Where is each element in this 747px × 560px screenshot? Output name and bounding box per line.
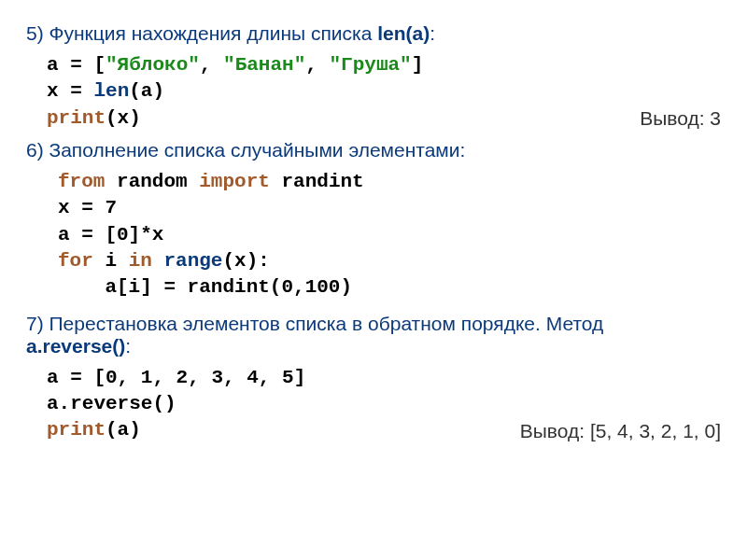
code-text: a = [0]*x: [58, 224, 163, 245]
code-text: a[i] = randint(0,100): [58, 276, 352, 298]
builtin-print: print: [47, 107, 106, 129]
section-7-heading: 7) Перестановка элементов списка в обрат…: [26, 313, 680, 357]
keyword-for: for: [58, 250, 93, 272]
code-text: (a): [106, 419, 141, 441]
code-text: i: [93, 250, 129, 272]
builtin-len: len: [93, 80, 129, 102]
code-text: (x): [106, 107, 141, 129]
string-literal: "Груша": [330, 54, 412, 76]
heading-fn: len(a): [377, 22, 430, 44]
keyword-import: import: [199, 171, 270, 192]
code-text: random: [105, 171, 199, 192]
code-text: (a): [129, 80, 164, 102]
builtin-print: print: [47, 419, 106, 441]
section-5-heading: 5) Функция нахождения длины списка len(a…: [26, 22, 721, 45]
string-literal: "Банан": [223, 54, 305, 76]
code-text: ]: [412, 54, 424, 76]
code-text: x =: [47, 80, 93, 102]
heading-text: 5) Функция нахождения длины списка: [26, 22, 377, 44]
heading-text: 7) Перестановка элементов списка в обрат…: [26, 313, 603, 334]
heading-colon: :: [430, 22, 435, 44]
heading-fn: a.reverse(): [26, 335, 125, 357]
code-text: [152, 250, 164, 272]
code-text: randint: [270, 171, 364, 192]
code-text: a = [0, 1, 2, 3, 4, 5]: [47, 367, 305, 388]
code-text: a.reverse(): [47, 393, 176, 414]
code-text: ,: [200, 54, 223, 76]
keyword-in: in: [129, 250, 152, 272]
code-block-6: from random import randint x = 7 a = [0]…: [58, 169, 721, 301]
heading-colon: :: [125, 335, 131, 357]
code-text: ,: [305, 54, 329, 76]
code-text: a = [: [47, 54, 106, 76]
keyword-from: from: [58, 171, 105, 192]
string-literal: "Яблоко": [106, 54, 200, 76]
builtin-range: range: [163, 250, 222, 272]
section-6-heading: 6) Заполнение списка случайными элемента…: [26, 139, 721, 161]
code-text: (x):: [222, 250, 269, 272]
code-text: x = 7: [58, 197, 117, 218]
